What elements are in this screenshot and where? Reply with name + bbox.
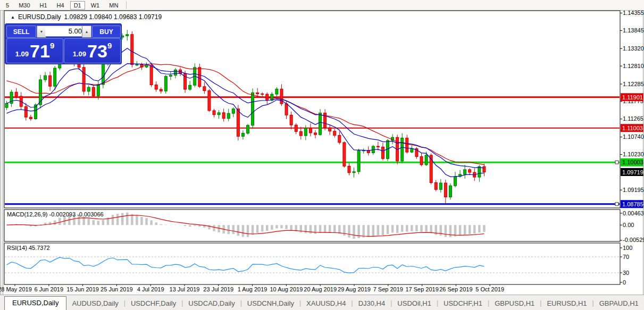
candle-body <box>155 85 157 89</box>
mt4-window: 5M30H1H4D1W1MN 1.143551.138451.133201.12… <box>0 0 644 310</box>
sell-price-big: 71 <box>30 42 50 60</box>
one-click-trading-panel: SELL ▼ ▲ BUY 1.09 71 9 1.09 73 9 <box>5 23 122 64</box>
time-axis-label: 26 Sep 2019 <box>439 286 472 292</box>
candle-body <box>357 150 360 171</box>
buy-button[interactable]: BUY <box>92 26 121 38</box>
candle-body <box>164 77 167 91</box>
rsi-panel-border <box>4 243 620 284</box>
sell-price-tile[interactable]: 1.09 71 9 <box>6 38 63 63</box>
time-axis-label: 7 Sep 2019 <box>373 286 403 292</box>
tab-usdchf-daily[interactable]: USDCHF,Daily <box>126 297 181 310</box>
candle-body <box>454 177 457 186</box>
tab-usdoil-h1[interactable]: USDOil,H1 <box>392 297 437 310</box>
price-level-handle[interactable] <box>615 203 618 206</box>
rsi-indicator-label: RSI(14) 45.7372 <box>7 245 50 251</box>
time-axis-label: 10 Aug 2019 <box>270 286 303 292</box>
candle-body <box>150 65 153 85</box>
volume-input[interactable] <box>45 26 87 37</box>
tab-dj30-h4[interactable]: DJ30,H4 <box>353 297 391 310</box>
price-level-badge: 1.11901 <box>622 94 643 100</box>
current-price-badge: 1.09719 <box>622 169 643 175</box>
collapse-panel-icon[interactable]: ▲ <box>11 15 15 20</box>
candle-body <box>54 68 56 86</box>
candle-body <box>439 183 442 189</box>
candle-body <box>434 182 437 189</box>
candle-body <box>82 68 85 91</box>
price-axis-label: 1.09195 <box>623 187 644 193</box>
candle-body <box>5 103 8 107</box>
candle-body <box>15 92 18 96</box>
candle-body <box>275 89 278 94</box>
candle-body <box>338 135 341 143</box>
tab-eurusd-h1[interactable]: EURUSD,H1 <box>541 297 592 310</box>
tab-usdchf-h1[interactable]: USDCHF,H1 <box>438 297 488 310</box>
candle-body <box>444 183 447 197</box>
candle-body <box>222 113 225 119</box>
candle-body <box>189 85 191 89</box>
price-axis-label: 1.11265 <box>623 115 643 122</box>
price-level-badge: 1.11003 <box>622 125 643 131</box>
candle-body <box>174 70 177 75</box>
tab-usdcad-daily[interactable]: USDCAD,Daily <box>183 297 240 310</box>
candle-body <box>314 133 316 135</box>
candle-body <box>290 115 292 125</box>
time-axis-label: 28 May 2019 <box>0 286 32 292</box>
chart-symbol-label: EURUSD,Daily <box>18 13 61 21</box>
candle-body <box>420 156 423 164</box>
candle-body <box>406 138 408 152</box>
candle-body <box>348 166 350 172</box>
tab-xauusd-h4[interactable]: XAUUSD,H4 <box>301 297 351 310</box>
price-level-badge: 1.08785 <box>622 201 643 207</box>
candle-body <box>232 109 235 113</box>
candle-body <box>261 94 264 94</box>
sell-button[interactable]: SELL <box>6 26 36 38</box>
candle-body <box>285 104 288 115</box>
tab-audusd-daily[interactable]: AUDUSD,Daily <box>66 297 123 310</box>
price-level-handle[interactable] <box>615 161 618 164</box>
price-axis-label: 1.12810 <box>623 63 644 69</box>
price-axis-label: 1.10740 <box>623 133 644 140</box>
candle-body <box>92 87 95 96</box>
candle-body <box>299 131 302 136</box>
candle-body <box>319 113 322 135</box>
tab-gbpusd-h1[interactable]: GBPUSD,H1 <box>489 297 540 310</box>
sell-price-sup: 9 <box>50 41 54 50</box>
tab-gbpaud-h1[interactable]: GBPAUD,H1 <box>594 297 644 310</box>
rsi-axis-label: 30 <box>623 270 629 276</box>
time-axis-label: 13 Jul 2019 <box>170 286 200 292</box>
candle-body <box>97 85 99 96</box>
candle-body <box>469 170 471 172</box>
candle-body <box>343 143 346 166</box>
buy-price-sup: 9 <box>107 41 112 50</box>
candle-body <box>304 128 307 136</box>
macd-axis-label: 0.00 <box>623 222 634 228</box>
price-axis-label: 1.10230 <box>623 151 644 157</box>
candle-body <box>377 146 379 147</box>
time-axis-label: 4 Jul 2019 <box>137 286 164 292</box>
time-axis-label: 29 Aug 2019 <box>338 286 371 292</box>
candle-body <box>145 65 148 67</box>
sell-price-prefix: 1.09 <box>15 50 29 58</box>
buy-price-big: 73 <box>87 42 107 60</box>
candle-body <box>102 62 104 85</box>
time-axis-label: 15 Jun 2019 <box>66 286 99 292</box>
price-axis-label: 1.14355 <box>623 10 644 16</box>
candle-body <box>353 172 355 173</box>
candle-body <box>464 170 466 174</box>
candle-body <box>425 155 428 165</box>
price-axis-label: 1.13320 <box>623 45 644 52</box>
candle-body <box>136 65 138 65</box>
candle-body <box>241 133 244 137</box>
candle-body <box>266 94 269 100</box>
time-axis-label: 25 Jun 2019 <box>101 286 133 292</box>
tab-eurusd-daily[interactable]: EURUSD,Daily <box>4 296 66 310</box>
volume-increase-button[interactable]: ▲ <box>82 26 91 38</box>
candle-body <box>208 91 211 111</box>
buy-price-tile[interactable]: 1.09 73 9 <box>64 38 121 63</box>
rsi-line <box>7 257 484 273</box>
time-axis-label: 1 Aug 2019 <box>238 286 267 292</box>
tab-usdcnh-daily[interactable]: USDCNH,Daily <box>242 297 299 310</box>
candle-body <box>237 109 239 137</box>
macd-indicator-label: MACD(12,26,9) -0.002093 -0.003066 <box>7 211 104 217</box>
candle-body <box>169 76 172 77</box>
